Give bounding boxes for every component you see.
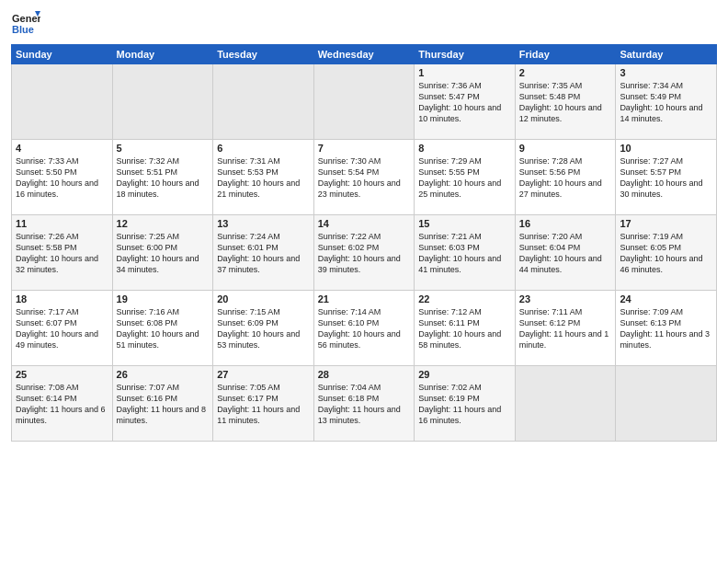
cell-info: Sunrise: 7:31 AMSunset: 5:53 PMDaylight:… — [217, 155, 310, 201]
day-number: 11 — [16, 218, 108, 229]
cell-info: Sunrise: 7:20 AMSunset: 6:04 PMDaylight:… — [519, 231, 612, 276]
day-number: 4 — [16, 143, 108, 154]
calendar-cell: 22Sunrise: 7:12 AMSunset: 6:11 PMDayligh… — [415, 291, 516, 366]
day-number: 12 — [117, 218, 210, 229]
day-number: 5 — [117, 143, 210, 154]
calendar-week-row: 4Sunrise: 7:33 AMSunset: 5:50 PMDaylight… — [12, 140, 717, 215]
cell-info: Sunrise: 7:29 AMSunset: 5:55 PMDaylight:… — [418, 155, 511, 201]
calendar-header: SundayMondayTuesdayWednesdayThursdayFrid… — [12, 45, 717, 64]
day-number: 18 — [16, 293, 108, 304]
calendar-cell: 11Sunrise: 7:26 AMSunset: 5:58 PMDayligh… — [12, 215, 113, 291]
calendar-cell: 4Sunrise: 7:33 AMSunset: 5:50 PMDaylight… — [12, 140, 113, 215]
day-number: 25 — [16, 369, 108, 380]
day-number: 20 — [217, 293, 310, 304]
calendar-week-row: 1Sunrise: 7:36 AMSunset: 5:47 PMDaylight… — [12, 64, 717, 140]
calendar-body: 1Sunrise: 7:36 AMSunset: 5:47 PMDaylight… — [12, 64, 717, 442]
day-number: 7 — [318, 143, 411, 154]
cell-info: Sunrise: 7:21 AMSunset: 6:03 PMDaylight:… — [418, 231, 511, 276]
cell-info: Sunrise: 7:14 AMSunset: 6:10 PMDaylight:… — [318, 306, 411, 351]
logo-svg: General Blue — [11, 9, 40, 39]
calendar-cell — [213, 64, 314, 140]
day-number: 29 — [418, 369, 511, 380]
cell-info: Sunrise: 7:30 AMSunset: 5:54 PMDaylight:… — [318, 155, 411, 201]
cell-info: Sunrise: 7:35 AMSunset: 5:48 PMDaylight:… — [519, 80, 612, 125]
day-number: 26 — [117, 369, 210, 380]
calendar-table: SundayMondayTuesdayWednesdayThursdayFrid… — [11, 44, 717, 442]
day-number: 17 — [620, 218, 712, 229]
day-number: 9 — [519, 143, 612, 154]
day-number: 2 — [519, 67, 612, 78]
calendar-cell: 15Sunrise: 7:21 AMSunset: 6:03 PMDayligh… — [415, 215, 516, 291]
cell-info: Sunrise: 7:28 AMSunset: 5:56 PMDaylight:… — [519, 155, 612, 201]
cell-info: Sunrise: 7:19 AMSunset: 6:05 PMDaylight:… — [620, 231, 712, 276]
day-number: 1 — [418, 67, 511, 78]
main-container: General Blue SundayMondayTuesdayWednesda… — [0, 0, 728, 451]
calendar-cell: 29Sunrise: 7:02 AMSunset: 6:19 PMDayligh… — [415, 366, 516, 442]
calendar-cell: 16Sunrise: 7:20 AMSunset: 6:04 PMDayligh… — [515, 215, 616, 291]
cell-info: Sunrise: 7:17 AMSunset: 6:07 PMDaylight:… — [16, 306, 108, 351]
calendar-week-row: 18Sunrise: 7:17 AMSunset: 6:07 PMDayligh… — [12, 291, 717, 366]
svg-text:Blue: Blue — [12, 24, 34, 35]
calendar-cell: 10Sunrise: 7:27 AMSunset: 5:57 PMDayligh… — [616, 140, 717, 215]
calendar-cell: 9Sunrise: 7:28 AMSunset: 5:56 PMDaylight… — [515, 140, 616, 215]
cell-info: Sunrise: 7:11 AMSunset: 6:12 PMDaylight:… — [519, 306, 612, 351]
calendar-cell: 18Sunrise: 7:17 AMSunset: 6:07 PMDayligh… — [12, 291, 113, 366]
calendar-cell: 26Sunrise: 7:07 AMSunset: 6:16 PMDayligh… — [112, 366, 213, 442]
cell-info: Sunrise: 7:22 AMSunset: 6:02 PMDaylight:… — [318, 231, 411, 276]
day-number: 21 — [318, 293, 411, 304]
day-number: 16 — [519, 218, 612, 229]
day-number: 19 — [117, 293, 210, 304]
day-number: 13 — [217, 218, 310, 229]
day-number: 24 — [620, 293, 712, 304]
calendar-cell: 14Sunrise: 7:22 AMSunset: 6:02 PMDayligh… — [313, 215, 415, 291]
calendar-cell — [12, 64, 113, 140]
day-number: 3 — [620, 67, 712, 78]
header-row: SundayMondayTuesdayWednesdayThursdayFrid… — [12, 45, 717, 64]
weekday-header: Sunday — [12, 45, 113, 64]
calendar-week-row: 25Sunrise: 7:08 AMSunset: 6:14 PMDayligh… — [12, 366, 717, 442]
cell-info: Sunrise: 7:05 AMSunset: 6:17 PMDaylight:… — [217, 382, 310, 427]
day-number: 15 — [418, 218, 511, 229]
logo: General Blue — [11, 9, 40, 39]
calendar-cell: 7Sunrise: 7:30 AMSunset: 5:54 PMDaylight… — [313, 140, 415, 215]
cell-info: Sunrise: 7:25 AMSunset: 6:00 PMDaylight:… — [117, 231, 210, 276]
calendar-cell: 21Sunrise: 7:14 AMSunset: 6:10 PMDayligh… — [313, 291, 415, 366]
day-number: 10 — [620, 143, 712, 154]
cell-info: Sunrise: 7:33 AMSunset: 5:50 PMDaylight:… — [16, 155, 108, 201]
cell-info: Sunrise: 7:12 AMSunset: 6:11 PMDaylight:… — [418, 306, 511, 351]
cell-info: Sunrise: 7:27 AMSunset: 5:57 PMDaylight:… — [620, 155, 712, 201]
cell-info: Sunrise: 7:08 AMSunset: 6:14 PMDaylight:… — [16, 382, 108, 427]
cell-info: Sunrise: 7:36 AMSunset: 5:47 PMDaylight:… — [418, 80, 511, 125]
weekday-header: Tuesday — [213, 45, 314, 64]
day-number: 22 — [418, 293, 511, 304]
weekday-header: Monday — [112, 45, 213, 64]
svg-text:General: General — [12, 13, 40, 24]
cell-info: Sunrise: 7:09 AMSunset: 6:13 PMDaylight:… — [620, 306, 712, 351]
day-number: 27 — [217, 369, 310, 380]
calendar-cell: 8Sunrise: 7:29 AMSunset: 5:55 PMDaylight… — [415, 140, 516, 215]
day-number: 23 — [519, 293, 612, 304]
weekday-header: Thursday — [415, 45, 516, 64]
calendar-cell — [616, 366, 717, 442]
cell-info: Sunrise: 7:02 AMSunset: 6:19 PMDaylight:… — [418, 382, 511, 427]
weekday-header: Saturday — [616, 45, 717, 64]
calendar-cell: 3Sunrise: 7:34 AMSunset: 5:49 PMDaylight… — [616, 64, 717, 140]
cell-info: Sunrise: 7:32 AMSunset: 5:51 PMDaylight:… — [117, 155, 210, 201]
day-number: 28 — [318, 369, 411, 380]
cell-info: Sunrise: 7:16 AMSunset: 6:08 PMDaylight:… — [117, 306, 210, 351]
calendar-cell — [112, 64, 213, 140]
cell-info: Sunrise: 7:15 AMSunset: 6:09 PMDaylight:… — [217, 306, 310, 351]
calendar-cell: 6Sunrise: 7:31 AMSunset: 5:53 PMDaylight… — [213, 140, 314, 215]
calendar-cell: 12Sunrise: 7:25 AMSunset: 6:00 PMDayligh… — [112, 215, 213, 291]
calendar-week-row: 11Sunrise: 7:26 AMSunset: 5:58 PMDayligh… — [12, 215, 717, 291]
cell-info: Sunrise: 7:07 AMSunset: 6:16 PMDaylight:… — [117, 382, 210, 427]
calendar-cell: 24Sunrise: 7:09 AMSunset: 6:13 PMDayligh… — [616, 291, 717, 366]
header-area: General Blue — [11, 9, 717, 39]
calendar-cell: 25Sunrise: 7:08 AMSunset: 6:14 PMDayligh… — [12, 366, 113, 442]
day-number: 6 — [217, 143, 310, 154]
calendar-cell: 27Sunrise: 7:05 AMSunset: 6:17 PMDayligh… — [213, 366, 314, 442]
cell-info: Sunrise: 7:26 AMSunset: 5:58 PMDaylight:… — [16, 231, 108, 276]
cell-info: Sunrise: 7:24 AMSunset: 6:01 PMDaylight:… — [217, 231, 310, 276]
calendar-cell: 5Sunrise: 7:32 AMSunset: 5:51 PMDaylight… — [112, 140, 213, 215]
calendar-cell: 1Sunrise: 7:36 AMSunset: 5:47 PMDaylight… — [415, 64, 516, 140]
